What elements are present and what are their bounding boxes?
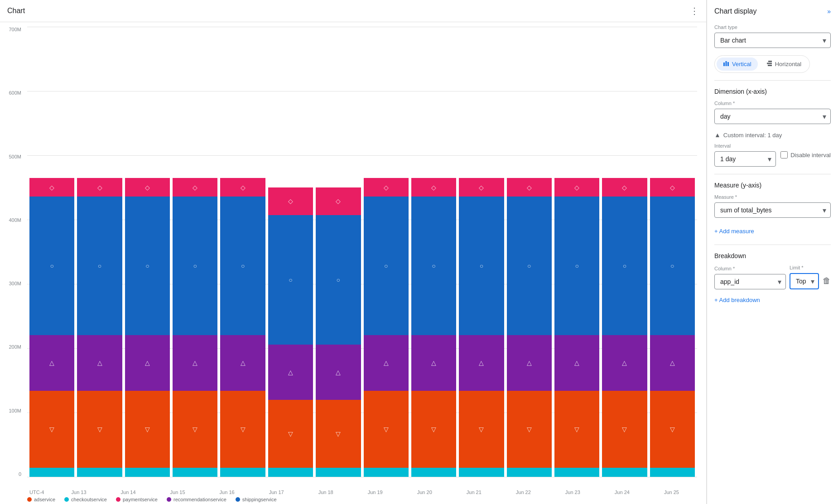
bar-segment-blue: ○ (173, 197, 217, 335)
bar-segment-blue: ○ (77, 197, 122, 335)
disable-interval-checkbox[interactable] (780, 151, 788, 158)
y-axis-label: 500M (9, 154, 21, 159)
bar-group[interactable]: ▽△○◇ (173, 27, 217, 477)
breakdown-row: Column * app_id ▾ Limit * Top 5 Top 10 T… (714, 265, 831, 289)
bar-marker-purple: △ (49, 359, 54, 366)
bar-segment-blue: ○ (602, 197, 647, 335)
bar-marker-purple: △ (670, 359, 675, 366)
stacked-bar: ▽△○◇ (554, 178, 599, 477)
bar-marker-blue: ○ (337, 276, 340, 283)
legend-label: adservice (34, 497, 55, 502)
bar-group[interactable]: ▽△○◇ (602, 27, 647, 477)
bar-segment-blue: ○ (316, 215, 361, 345)
bar-group[interactable]: ▽△○◇ (507, 27, 552, 477)
bar-segment-pink: ◇ (220, 178, 265, 197)
svg-rect-0 (723, 62, 725, 66)
expand-icon[interactable]: » (827, 8, 831, 15)
y-axis-label: 700M (9, 27, 21, 32)
bar-marker-purple: △ (336, 369, 341, 376)
bar-segment-orange: ▽ (77, 391, 122, 468)
interval-select[interactable]: 1 day 1 hour 1 week (714, 151, 776, 167)
bar-segment-pink: ◇ (507, 178, 552, 197)
x-axis-label: Jun 23 (549, 490, 596, 495)
svg-rect-3 (768, 61, 772, 62)
svg-rect-1 (726, 61, 727, 66)
add-breakdown-button[interactable]: + Add breakdown (714, 294, 760, 306)
orientation-btn-horizontal[interactable]: Horizontal (760, 58, 808, 71)
y-axis-label: 400M (9, 217, 21, 223)
bar-segment-teal (650, 468, 695, 477)
bar-group[interactable]: ▽△○◇ (316, 27, 361, 477)
bar-marker-orange: ▽ (97, 426, 102, 433)
bar-segment-blue: ○ (29, 197, 74, 335)
bar-group[interactable]: ▽△○◇ (411, 27, 456, 477)
bar-segment-pink: ◇ (364, 178, 409, 197)
bar-segment-orange: ▽ (459, 391, 504, 468)
bar-segment-pink: ◇ (268, 187, 313, 215)
bar-segment-orange: ▽ (507, 391, 552, 468)
bar-marker-pink: ◇ (145, 184, 150, 191)
breakdown-limit-label: Limit * (790, 265, 819, 270)
bar-segment-pink: ◇ (602, 178, 647, 197)
bar-group[interactable]: ▽△○◇ (268, 27, 313, 477)
bar-segment-orange: ▽ (411, 391, 456, 468)
bar-group[interactable]: ▽△○◇ (364, 27, 409, 477)
svg-rect-4 (767, 63, 772, 64)
bar-segment-blue: ○ (220, 197, 265, 335)
chart-menu-icon[interactable]: ⋮ (690, 5, 699, 16)
dimension-title: Dimension (x-axis) (714, 88, 831, 95)
y-axis-label: 600M (9, 90, 21, 96)
bar-marker-purple: △ (384, 359, 389, 366)
bar-group[interactable]: ▽△○◇ (459, 27, 504, 477)
bar-group[interactable]: ▽△○◇ (29, 27, 74, 477)
breakdown-column-wrapper: Column * app_id ▾ (714, 266, 786, 289)
interval-label: Interval (714, 143, 776, 149)
bar-segment-blue: ○ (268, 215, 313, 345)
measure-select[interactable]: sum of total_bytes count avg of total_by… (714, 202, 831, 218)
bar-segment-pink: ◇ (173, 178, 217, 197)
add-measure-button[interactable]: + Add measure (714, 225, 754, 237)
breakdown-title: Breakdown (714, 252, 831, 259)
breakdown-limit-wrapper: Limit * Top 5 Top 10 Top 20 ▾ (790, 265, 819, 289)
dimension-column-select[interactable]: day (714, 109, 831, 124)
x-axis-label: Jun 25 (648, 490, 695, 495)
bar-segment-teal (602, 468, 647, 477)
y-axis: 700M600M500M400M300M200M100M0 (0, 27, 25, 477)
grid-line (27, 477, 697, 477)
bar-segment-blue: ○ (459, 197, 504, 335)
legend-color-dot (116, 497, 120, 502)
bar-segment-teal (125, 468, 170, 477)
interval-row: Interval 1 day 1 hour 1 week ▾ Disable i… (714, 143, 831, 167)
x-axis-label: Jun 19 (352, 490, 399, 495)
stacked-bar: ▽△○◇ (602, 178, 647, 477)
bar-group[interactable]: ▽△○◇ (554, 27, 599, 477)
bar-group[interactable]: ▽△○◇ (220, 27, 265, 477)
bar-marker-purple: △ (288, 369, 293, 376)
custom-interval-toggle[interactable]: ▲ Custom interval: 1 day (714, 131, 831, 139)
bar-marker-pink: ◇ (336, 197, 341, 205)
bar-marker-purple: △ (145, 359, 150, 366)
bar-group[interactable]: ▽△○◇ (77, 27, 122, 477)
chevron-up-icon: ▲ (714, 131, 721, 139)
orientation-label: Horizontal (775, 61, 802, 67)
bar-marker-orange: ▽ (527, 426, 532, 433)
bar-marker-blue: ○ (50, 262, 53, 269)
legend-color-dot (167, 497, 171, 502)
orientation-btn-vertical[interactable]: Vertical (717, 58, 758, 71)
bar-marker-orange: ▽ (241, 426, 246, 433)
bar-segment-pink: ◇ (554, 178, 599, 197)
bar-marker-orange: ▽ (670, 426, 675, 433)
disable-interval-checkbox-wrapper[interactable]: Disable interval (780, 151, 831, 158)
chart-type-select[interactable]: Bar chart Line chart Pie chart (714, 33, 831, 48)
right-panel: Chart display » Chart type Bar chart Lin… (707, 0, 838, 504)
bar-segment-orange: ▽ (125, 391, 170, 468)
breakdown-column-select[interactable]: app_id (714, 274, 786, 289)
bar-marker-blue: ○ (241, 262, 245, 269)
bar-segment-blue: ○ (650, 197, 695, 335)
bar-group[interactable]: ▽△○◇ (125, 27, 170, 477)
legend-label: shippingservice (242, 497, 277, 502)
bar-group[interactable]: ▽△○◇ (650, 27, 695, 477)
breakdown-limit-select[interactable]: Top 5 Top 10 Top 20 (790, 273, 819, 289)
bar-marker-orange: ▽ (384, 426, 389, 433)
breakdown-delete-icon[interactable]: 🗑 (823, 276, 831, 289)
